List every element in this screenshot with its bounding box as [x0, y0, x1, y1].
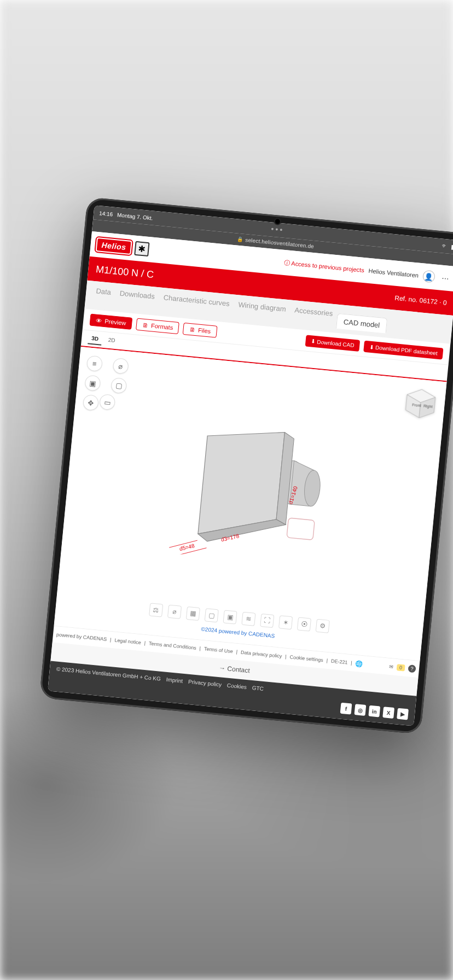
wifi-icon: ᯤ	[442, 242, 448, 250]
footer-cookies[interactable]: Cookie settings	[289, 654, 323, 663]
tab-data[interactable]: Data	[95, 287, 112, 306]
cad-viewer[interactable]: ≡ ▣ ✥ ⌀ ▢ ▭ Front Right	[54, 347, 447, 661]
contact-label: Contact	[227, 664, 251, 674]
tool-axes-icon[interactable]: ✶	[278, 615, 293, 629]
tab-wiring[interactable]: Wiring diagram	[237, 300, 286, 323]
instagram-icon[interactable]: ◎	[354, 704, 366, 716]
list-icon[interactable]: ≡	[86, 355, 103, 372]
footer-legal[interactable]: Legal notice	[114, 637, 141, 645]
battery-icon: ▮	[451, 243, 453, 251]
download-cad-button[interactable]: ⬇ Download CAD	[305, 335, 361, 351]
previous-projects-link[interactable]: ⓘ Access to previous projects	[283, 259, 364, 275]
mail-badge: 0	[397, 664, 405, 671]
subtab-formats[interactable]: 🗎 Formats	[136, 318, 179, 334]
download-pdf-button[interactable]: ⬇ Download PDF datasheet	[363, 340, 443, 359]
footer-terms[interactable]: Terms and Conditions	[149, 641, 197, 651]
facebook-icon[interactable]: f	[340, 703, 352, 715]
product-title: M1/100 N / C	[95, 264, 154, 281]
tool-scale-icon[interactable]: ⚖	[149, 603, 163, 617]
youtube-icon[interactable]: ▶	[397, 708, 409, 720]
tab-cad-model[interactable]: CAD model	[336, 313, 388, 334]
svg-rect-10	[287, 518, 315, 540]
viewer-tool-row: ⚖ ⌀ ▦ ▢ ▣ ≋ ⛶ ✶ ⦿ ⚙	[149, 603, 330, 633]
eye-icon: 👁	[96, 317, 102, 324]
footer-privacy2[interactable]: Privacy policy	[188, 679, 222, 688]
status-time: 14:16	[99, 210, 113, 217]
footer-privacy[interactable]: Data privacy policy	[241, 650, 282, 659]
tab-curves[interactable]: Characteristic curves	[162, 293, 230, 318]
footer-cookies2[interactable]: Cookies	[226, 682, 247, 690]
footer-tou[interactable]: Terms of Use	[204, 646, 233, 654]
file-icon: 🗎	[189, 326, 196, 333]
footer-cadenas[interactable]: powered by CADENAS	[56, 632, 107, 642]
arrow-icon: →	[219, 664, 228, 672]
tool-mesh-icon[interactable]: ▦	[186, 606, 200, 621]
dim-d5: d5=48	[179, 542, 195, 552]
status-date: Montag 7. Okt.	[117, 212, 153, 221]
view-3d-tab[interactable]: 3D	[88, 332, 102, 345]
account-icon[interactable]: 👤	[422, 270, 435, 283]
tool-bounds-icon[interactable]: ▢	[205, 608, 219, 622]
cube-front-label: Front	[412, 403, 421, 408]
tab-accessories[interactable]: Accessories	[293, 306, 333, 328]
footer-locale[interactable]: DE-221	[331, 658, 348, 666]
vr-icon[interactable]: ▭	[99, 394, 116, 411]
cylinder-icon[interactable]: ⌀	[112, 358, 129, 375]
company-name: Helios Ventilatoren	[368, 267, 419, 279]
help-icon[interactable]: ?	[408, 664, 416, 673]
doc-icon: 🗎	[142, 322, 149, 329]
xing-icon[interactable]: X	[382, 707, 394, 719]
cadenas-credit[interactable]: ©2024 powered by CADENAS	[201, 626, 275, 639]
linkedin-icon[interactable]: in	[368, 705, 380, 718]
lock-icon: 🔒	[237, 236, 243, 242]
subtab-files[interactable]: 🗎 Files	[183, 323, 217, 338]
cube-icon[interactable]: ▣	[84, 375, 101, 392]
brand-fan-icon: ✱	[134, 241, 149, 256]
view-2d-tab[interactable]: 2D	[104, 334, 119, 347]
tool-cylinder-icon[interactable]: ⌀	[167, 605, 182, 619]
brand-logo[interactable]: Helios ✱	[95, 237, 149, 256]
brand-wordmark: Helios	[95, 237, 132, 255]
tool-expand-icon[interactable]: ⛶	[260, 614, 274, 628]
product-3d-model[interactable]: d3=178 d5=48 d1=140	[163, 411, 340, 568]
product-ref: Ref. no. 06172 · 0	[394, 294, 447, 307]
footer-gtc[interactable]: GTC	[252, 685, 264, 692]
box-icon[interactable]: ▢	[111, 377, 127, 394]
more-icon[interactable]: ⋯	[439, 271, 452, 284]
move-icon[interactable]: ✥	[83, 394, 100, 411]
tool-cube-icon[interactable]: ▣	[223, 610, 237, 624]
footer-imprint[interactable]: Imprint	[166, 676, 183, 684]
orientation-cube[interactable]: Front Right	[402, 386, 438, 423]
tool-db-icon[interactable]: ⦿	[297, 617, 311, 631]
tool-layers-icon[interactable]: ≋	[241, 612, 255, 626]
mail-icon[interactable]: ✉	[389, 664, 394, 670]
subtab-preview[interactable]: 👁 Preview	[89, 314, 132, 330]
tool-settings-icon[interactable]: ⚙	[316, 619, 330, 633]
tab-downloads[interactable]: Downloads	[118, 289, 155, 311]
globe-icon[interactable]: 🌐	[355, 660, 363, 667]
